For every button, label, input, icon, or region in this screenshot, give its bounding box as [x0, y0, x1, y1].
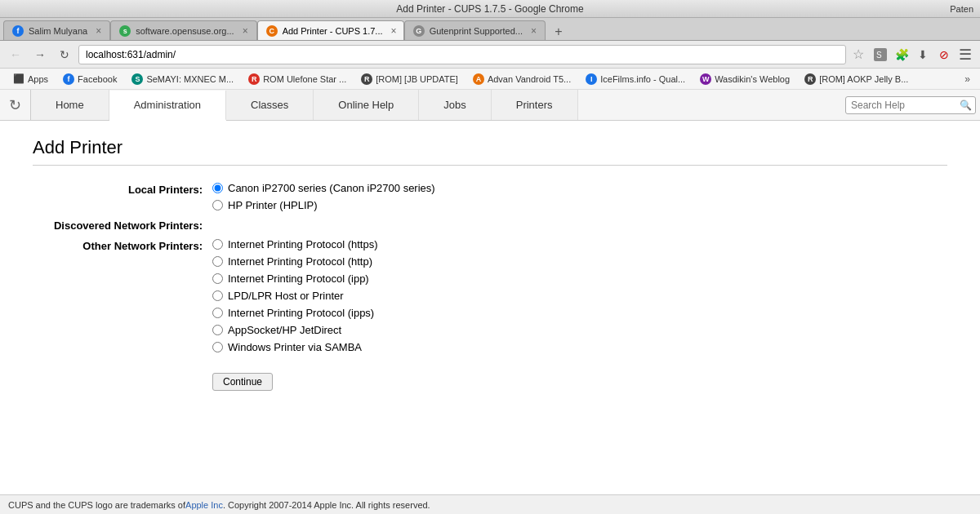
bookmark-icefilms-label: IceFilms.info - Qual...: [600, 74, 685, 84]
address-input[interactable]: [78, 45, 846, 64]
tab1-favicon: f: [12, 25, 24, 37]
other-printer-samba-radio[interactable]: [212, 342, 223, 352]
other-network-row: Other Network Printers: Internet Printin…: [33, 238, 947, 353]
browser-tabs: f Salim Mulyana × s software.opensuse.or…: [0, 18, 980, 41]
new-tab-button[interactable]: +: [549, 24, 568, 40]
other-printer-lpd-label: LPD/LPR Host or Printer: [228, 290, 344, 302]
local-printers-label: Local Printers:: [33, 182, 212, 196]
footer-apple-link[interactable]: Apple Inc: [185, 500, 223, 510]
other-printer-ipp-ipps[interactable]: Internet Printing Protocol (ipps): [212, 307, 378, 319]
reload-button[interactable]: ↻: [54, 44, 75, 65]
bookmark-rom-jb[interactable]: R [ROM] [JB UPDATE]: [354, 72, 465, 86]
nav-tab-home[interactable]: Home: [31, 90, 109, 120]
svg-text:S: S: [876, 51, 882, 60]
tab4-favicon: G: [413, 25, 425, 37]
browser-tab-4[interactable]: G Gutenprint Supported... ×: [404, 20, 546, 40]
tab1-label: Salim Mulyana: [29, 26, 87, 36]
local-printer-canon[interactable]: Canon iP2700 series (Canon iP2700 series…: [212, 182, 435, 194]
bookmark-apps[interactable]: ⬛ Apps: [7, 72, 55, 86]
profile-icon[interactable]: S: [871, 45, 890, 64]
local-printer-canon-label: Canon iP2700 series (Canon iP2700 series…: [228, 182, 435, 194]
browser-tab-2[interactable]: s software.opensuse.org... ×: [110, 20, 256, 40]
browser-tab-1[interactable]: f Salim Mulyana ×: [3, 20, 110, 40]
other-printer-lpd-radio[interactable]: [212, 290, 223, 301]
other-printer-lpd[interactable]: LPD/LPR Host or Printer: [212, 290, 378, 302]
search-icon: 🔍: [960, 100, 972, 111]
tab2-close[interactable]: ×: [243, 25, 248, 37]
bookmark-rom-aokp[interactable]: R [ROM] AOKP Jelly B...: [798, 72, 915, 86]
footer-text2: . Copyright 2007-2014 Apple Inc. All rig…: [223, 500, 430, 510]
cups-reload-button[interactable]: ↻: [0, 90, 31, 120]
footer-text1: CUPS and the CUPS logo are trademarks of: [8, 500, 185, 510]
bookmark-rom-aokp-favicon: R: [804, 73, 816, 85]
other-network-label: Other Network Printers:: [33, 238, 212, 252]
local-printers-row: Local Printers: Canon iP2700 series (Can…: [33, 182, 947, 211]
other-printer-ipp-http[interactable]: Internet Printing Protocol (http): [212, 255, 378, 268]
other-printer-ipp-http-radio[interactable]: [212, 256, 223, 267]
nav-tab-printers-label: Printers: [516, 99, 553, 111]
cups-search-area: 🔍: [837, 90, 980, 120]
title-bar: Add Printer - CUPS 1.7.5 - Google Chrome…: [0, 0, 980, 18]
other-printer-ipp-radio[interactable]: [212, 273, 223, 284]
bookmark-semayi-favicon: S: [131, 73, 143, 85]
other-printer-appsocket[interactable]: AppSocket/HP JetDirect: [212, 324, 378, 336]
bookmark-advan-label: Advan Vandroid T5...: [488, 74, 571, 84]
bookmarks-more-button[interactable]: »: [961, 72, 973, 86]
bookmark-apps-label: Apps: [28, 74, 48, 84]
bookmark-facebook-favicon: f: [63, 73, 74, 85]
bookmark-wasdikin-label: Wasdikin's Weblog: [715, 74, 790, 84]
extensions-icon[interactable]: 🧩: [892, 45, 911, 64]
continue-button[interactable]: Continue: [212, 373, 273, 391]
nav-tab-classes[interactable]: Classes: [226, 90, 314, 120]
page-title: Add Printer: [33, 137, 947, 166]
other-printer-ipp[interactable]: Internet Printing Protocol (ipp): [212, 273, 378, 285]
bookmark-icefilms[interactable]: I IceFilms.info - Qual...: [579, 72, 692, 86]
printer-form: Local Printers: Canon iP2700 series (Can…: [33, 182, 947, 391]
nav-tab-jobs[interactable]: Jobs: [419, 90, 491, 120]
local-printer-hp[interactable]: HP Printer (HPLIP): [212, 199, 435, 211]
other-printer-samba[interactable]: Windows Printer via SAMBA: [212, 341, 378, 353]
other-printer-appsocket-radio[interactable]: [212, 325, 223, 335]
address-bar-row: ← → ↻ ☆ S 🧩 ⬇ ⊘ ☰: [0, 41, 980, 69]
local-printer-hp-radio[interactable]: [212, 200, 223, 210]
title-bar-text: Add Printer - CUPS 1.7.5 - Google Chrome: [396, 3, 583, 15]
bookmark-facebook-label: Facebook: [78, 74, 117, 84]
tab2-label: software.opensuse.org...: [136, 26, 234, 36]
nav-tab-online-help[interactable]: Online Help: [314, 90, 419, 120]
bookmark-wasdikin[interactable]: W Wasdikin's Weblog: [693, 72, 796, 86]
no-script-icon[interactable]: ⊘: [934, 45, 954, 64]
local-printer-canon-radio[interactable]: [212, 183, 223, 193]
nav-tab-administration[interactable]: Administration: [109, 91, 226, 121]
bookmark-wasdikin-favicon: W: [700, 73, 711, 85]
cups-main-content: Add Printer Local Printers: Canon iP2700…: [0, 121, 980, 407]
nav-tab-printers[interactable]: Printers: [492, 90, 578, 120]
back-button[interactable]: ←: [5, 44, 26, 65]
tab4-label: Gutenprint Supported...: [430, 26, 523, 36]
tab1-close[interactable]: ×: [96, 25, 101, 37]
browser-tab-3[interactable]: C Add Printer - CUPS 1.7... ×: [257, 20, 404, 40]
bookmarks-bar: ⬛ Apps f Facebook S SeMAYI: MXNEC M... R…: [0, 69, 980, 90]
bookmark-rom-ulefone-label: ROM Ulefone Star ...: [263, 74, 346, 84]
other-printer-ipp-label: Internet Printing Protocol (ipp): [228, 273, 369, 285]
bookmark-rom-ulefone[interactable]: R ROM Ulefone Star ...: [242, 72, 353, 86]
bookmark-apps-favicon: ⬛: [13, 73, 24, 85]
downloads-icon[interactable]: ⬇: [913, 45, 933, 64]
tab4-close[interactable]: ×: [531, 25, 537, 37]
bookmark-rom-aokp-label: [ROM] AOKP Jelly B...: [819, 74, 908, 84]
cups-footer: CUPS and the CUPS logo are trademarks of…: [0, 494, 980, 514]
bookmark-rom-jb-favicon: R: [361, 73, 372, 85]
bookmark-icefilms-favicon: I: [586, 73, 597, 85]
other-printer-ipp-http-label: Internet Printing Protocol (http): [228, 255, 372, 268]
bookmark-facebook[interactable]: f Facebook: [56, 72, 123, 86]
chrome-menu-button[interactable]: ☰: [956, 46, 975, 64]
bookmark-semayi[interactable]: S SeMAYI: MXNEC M...: [125, 72, 240, 86]
other-printer-ipp-https-radio[interactable]: [212, 239, 223, 250]
bookmark-advan[interactable]: A Advan Vandroid T5...: [466, 72, 577, 86]
other-printer-ipp-https[interactable]: Internet Printing Protocol (https): [212, 238, 378, 250]
tab3-close[interactable]: ×: [391, 25, 397, 37]
forward-button[interactable]: →: [29, 44, 51, 65]
cups-search-input[interactable]: [845, 96, 976, 114]
other-printer-ipp-ipps-radio[interactable]: [212, 308, 223, 318]
tab2-favicon: s: [119, 25, 131, 37]
bookmark-star-icon[interactable]: ☆: [849, 47, 867, 62]
